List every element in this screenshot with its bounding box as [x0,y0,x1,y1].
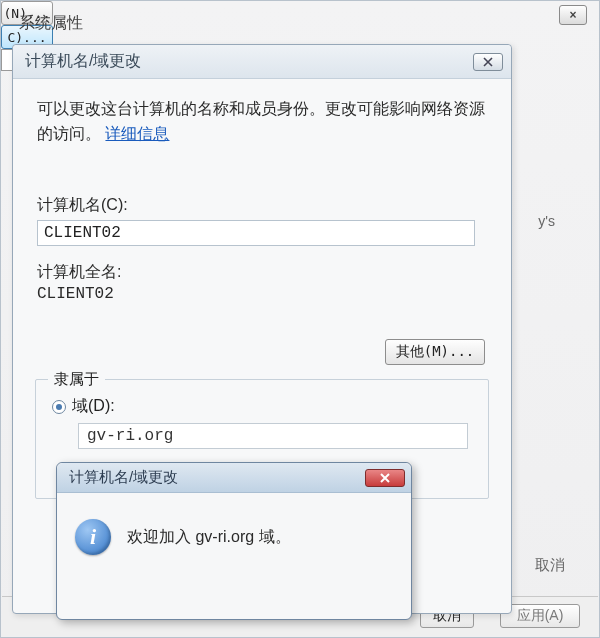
details-link[interactable]: 详细信息 [105,125,169,142]
radio-icon [52,400,66,414]
group-legend: 隶属于 [48,370,105,389]
message-body: i 欢迎加入 gv-ri.org 域。 [57,493,411,581]
fragment-text: y's [538,213,555,229]
message-titlebar: 计算机名/域更改 [57,463,411,493]
close-button[interactable] [365,469,405,487]
more-button[interactable]: 其他(M)... [385,339,485,365]
message-text: 欢迎加入 gv-ri.org 域。 [127,527,291,548]
computer-name-input[interactable] [37,220,475,246]
domain-radio-label: 域(D): [72,396,115,417]
info-icon: i [75,519,111,555]
close-button[interactable] [473,53,503,71]
close-icon [483,57,493,67]
computer-name-label: 计算机名(C): [37,195,487,216]
close-button[interactable]: × [559,5,587,25]
dialog-titlebar: 计算机名/域更改 [13,45,511,79]
welcome-message-dialog: 计算机名/域更改 i 欢迎加入 gv-ri.org 域。 [56,462,412,620]
domain-input[interactable] [78,423,468,449]
close-icon [379,472,391,484]
full-name-value: CLIENT02 [37,285,487,303]
fragment-cancel: 取消 [535,556,565,575]
dialog-body: 可以更改这台计算机的名称和成员身份。更改可能影响网络资源的访问。 详细信息 计算… [13,79,511,313]
window-title: 系统属性 [19,13,83,34]
apply-button[interactable]: 应用(A) [500,604,580,628]
domain-radio-row[interactable]: 域(D): [52,396,472,417]
dialog-title: 计算机名/域更改 [25,51,141,72]
full-name-label: 计算机全名: [37,262,487,283]
message-title: 计算机名/域更改 [69,468,178,487]
dialog-description: 可以更改这台计算机的名称和成员身份。更改可能影响网络资源的访问。 详细信息 [37,97,487,147]
